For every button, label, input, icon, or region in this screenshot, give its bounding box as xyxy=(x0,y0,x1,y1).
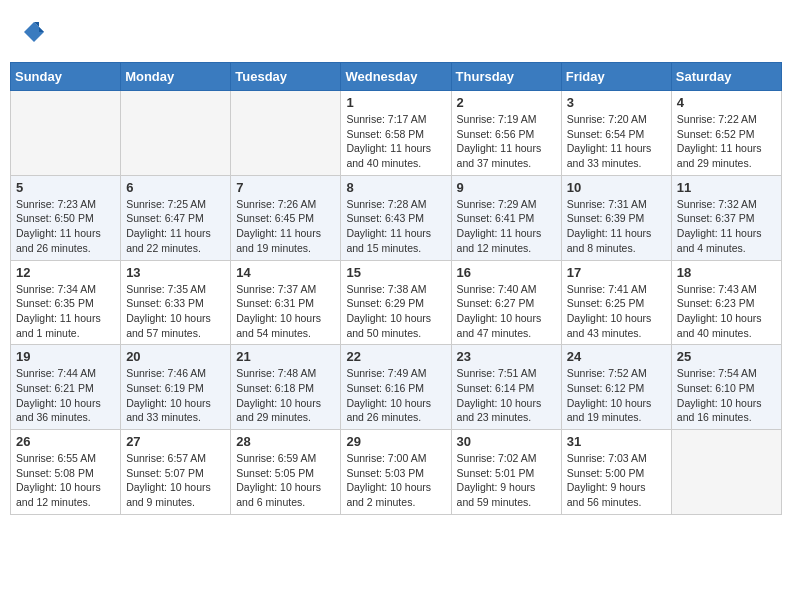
calendar-day-cell: 22Sunrise: 7:49 AM Sunset: 6:16 PM Dayli… xyxy=(341,345,451,430)
day-number: 29 xyxy=(346,434,445,449)
day-number: 13 xyxy=(126,265,225,280)
weekday-header: Monday xyxy=(121,63,231,91)
day-number: 6 xyxy=(126,180,225,195)
calendar-day-cell: 25Sunrise: 7:54 AM Sunset: 6:10 PM Dayli… xyxy=(671,345,781,430)
day-number: 23 xyxy=(457,349,556,364)
day-number: 16 xyxy=(457,265,556,280)
day-number: 27 xyxy=(126,434,225,449)
calendar-day-cell: 15Sunrise: 7:38 AM Sunset: 6:29 PM Dayli… xyxy=(341,260,451,345)
day-number: 11 xyxy=(677,180,776,195)
calendar-day-cell: 6Sunrise: 7:25 AM Sunset: 6:47 PM Daylig… xyxy=(121,175,231,260)
day-number: 25 xyxy=(677,349,776,364)
day-info: Sunrise: 7:17 AM Sunset: 6:58 PM Dayligh… xyxy=(346,112,445,171)
day-info: Sunrise: 6:55 AM Sunset: 5:08 PM Dayligh… xyxy=(16,451,115,510)
day-info: Sunrise: 7:43 AM Sunset: 6:23 PM Dayligh… xyxy=(677,282,776,341)
calendar-day-cell: 1Sunrise: 7:17 AM Sunset: 6:58 PM Daylig… xyxy=(341,91,451,176)
day-number: 15 xyxy=(346,265,445,280)
day-number: 7 xyxy=(236,180,335,195)
calendar-day-cell: 20Sunrise: 7:46 AM Sunset: 6:19 PM Dayli… xyxy=(121,345,231,430)
day-number: 24 xyxy=(567,349,666,364)
day-number: 9 xyxy=(457,180,556,195)
day-info: Sunrise: 7:34 AM Sunset: 6:35 PM Dayligh… xyxy=(16,282,115,341)
day-info: Sunrise: 7:22 AM Sunset: 6:52 PM Dayligh… xyxy=(677,112,776,171)
day-info: Sunrise: 7:03 AM Sunset: 5:00 PM Dayligh… xyxy=(567,451,666,510)
day-number: 19 xyxy=(16,349,115,364)
day-info: Sunrise: 7:37 AM Sunset: 6:31 PM Dayligh… xyxy=(236,282,335,341)
day-info: Sunrise: 7:00 AM Sunset: 5:03 PM Dayligh… xyxy=(346,451,445,510)
calendar-body: 1Sunrise: 7:17 AM Sunset: 6:58 PM Daylig… xyxy=(11,91,782,515)
calendar-day-cell xyxy=(121,91,231,176)
calendar-week-row: 5Sunrise: 7:23 AM Sunset: 6:50 PM Daylig… xyxy=(11,175,782,260)
calendar-day-cell: 29Sunrise: 7:00 AM Sunset: 5:03 PM Dayli… xyxy=(341,430,451,515)
day-info: Sunrise: 7:35 AM Sunset: 6:33 PM Dayligh… xyxy=(126,282,225,341)
calendar-day-cell: 11Sunrise: 7:32 AM Sunset: 6:37 PM Dayli… xyxy=(671,175,781,260)
day-number: 17 xyxy=(567,265,666,280)
day-info: Sunrise: 7:44 AM Sunset: 6:21 PM Dayligh… xyxy=(16,366,115,425)
day-info: Sunrise: 7:46 AM Sunset: 6:19 PM Dayligh… xyxy=(126,366,225,425)
day-number: 8 xyxy=(346,180,445,195)
calendar-week-row: 12Sunrise: 7:34 AM Sunset: 6:35 PM Dayli… xyxy=(11,260,782,345)
day-number: 3 xyxy=(567,95,666,110)
day-info: Sunrise: 7:31 AM Sunset: 6:39 PM Dayligh… xyxy=(567,197,666,256)
calendar-day-cell: 13Sunrise: 7:35 AM Sunset: 6:33 PM Dayli… xyxy=(121,260,231,345)
calendar-day-cell: 27Sunrise: 6:57 AM Sunset: 5:07 PM Dayli… xyxy=(121,430,231,515)
day-number: 31 xyxy=(567,434,666,449)
day-number: 20 xyxy=(126,349,225,364)
weekday-header: Saturday xyxy=(671,63,781,91)
day-number: 18 xyxy=(677,265,776,280)
day-info: Sunrise: 7:32 AM Sunset: 6:37 PM Dayligh… xyxy=(677,197,776,256)
calendar-day-cell xyxy=(231,91,341,176)
calendar-table: SundayMondayTuesdayWednesdayThursdayFrid… xyxy=(10,62,782,515)
day-number: 22 xyxy=(346,349,445,364)
day-number: 26 xyxy=(16,434,115,449)
calendar-day-cell: 7Sunrise: 7:26 AM Sunset: 6:45 PM Daylig… xyxy=(231,175,341,260)
calendar-day-cell: 8Sunrise: 7:28 AM Sunset: 6:43 PM Daylig… xyxy=(341,175,451,260)
day-info: Sunrise: 7:52 AM Sunset: 6:12 PM Dayligh… xyxy=(567,366,666,425)
day-info: Sunrise: 7:25 AM Sunset: 6:47 PM Dayligh… xyxy=(126,197,225,256)
calendar-day-cell: 31Sunrise: 7:03 AM Sunset: 5:00 PM Dayli… xyxy=(561,430,671,515)
day-info: Sunrise: 7:49 AM Sunset: 6:16 PM Dayligh… xyxy=(346,366,445,425)
calendar-day-cell: 17Sunrise: 7:41 AM Sunset: 6:25 PM Dayli… xyxy=(561,260,671,345)
calendar-day-cell: 9Sunrise: 7:29 AM Sunset: 6:41 PM Daylig… xyxy=(451,175,561,260)
day-number: 4 xyxy=(677,95,776,110)
day-number: 2 xyxy=(457,95,556,110)
day-info: Sunrise: 7:19 AM Sunset: 6:56 PM Dayligh… xyxy=(457,112,556,171)
calendar-week-row: 1Sunrise: 7:17 AM Sunset: 6:58 PM Daylig… xyxy=(11,91,782,176)
logo-icon xyxy=(22,20,46,44)
day-info: Sunrise: 7:29 AM Sunset: 6:41 PM Dayligh… xyxy=(457,197,556,256)
day-number: 30 xyxy=(457,434,556,449)
day-info: Sunrise: 7:26 AM Sunset: 6:45 PM Dayligh… xyxy=(236,197,335,256)
calendar-header-row: SundayMondayTuesdayWednesdayThursdayFrid… xyxy=(11,63,782,91)
day-info: Sunrise: 7:28 AM Sunset: 6:43 PM Dayligh… xyxy=(346,197,445,256)
day-info: Sunrise: 7:48 AM Sunset: 6:18 PM Dayligh… xyxy=(236,366,335,425)
calendar-day-cell: 18Sunrise: 7:43 AM Sunset: 6:23 PM Dayli… xyxy=(671,260,781,345)
calendar-day-cell: 4Sunrise: 7:22 AM Sunset: 6:52 PM Daylig… xyxy=(671,91,781,176)
calendar-day-cell: 24Sunrise: 7:52 AM Sunset: 6:12 PM Dayli… xyxy=(561,345,671,430)
day-number: 28 xyxy=(236,434,335,449)
day-info: Sunrise: 7:02 AM Sunset: 5:01 PM Dayligh… xyxy=(457,451,556,510)
calendar-day-cell: 30Sunrise: 7:02 AM Sunset: 5:01 PM Dayli… xyxy=(451,430,561,515)
calendar-day-cell: 2Sunrise: 7:19 AM Sunset: 6:56 PM Daylig… xyxy=(451,91,561,176)
calendar-day-cell xyxy=(671,430,781,515)
day-info: Sunrise: 7:51 AM Sunset: 6:14 PM Dayligh… xyxy=(457,366,556,425)
day-info: Sunrise: 7:20 AM Sunset: 6:54 PM Dayligh… xyxy=(567,112,666,171)
day-info: Sunrise: 6:59 AM Sunset: 5:05 PM Dayligh… xyxy=(236,451,335,510)
weekday-header: Tuesday xyxy=(231,63,341,91)
day-number: 12 xyxy=(16,265,115,280)
calendar-day-cell: 19Sunrise: 7:44 AM Sunset: 6:21 PM Dayli… xyxy=(11,345,121,430)
calendar-week-row: 19Sunrise: 7:44 AM Sunset: 6:21 PM Dayli… xyxy=(11,345,782,430)
calendar-day-cell: 16Sunrise: 7:40 AM Sunset: 6:27 PM Dayli… xyxy=(451,260,561,345)
weekday-header: Sunday xyxy=(11,63,121,91)
calendar-day-cell: 28Sunrise: 6:59 AM Sunset: 5:05 PM Dayli… xyxy=(231,430,341,515)
day-info: Sunrise: 7:41 AM Sunset: 6:25 PM Dayligh… xyxy=(567,282,666,341)
calendar-day-cell xyxy=(11,91,121,176)
calendar-day-cell: 10Sunrise: 7:31 AM Sunset: 6:39 PM Dayli… xyxy=(561,175,671,260)
day-number: 1 xyxy=(346,95,445,110)
weekday-header: Thursday xyxy=(451,63,561,91)
calendar-day-cell: 12Sunrise: 7:34 AM Sunset: 6:35 PM Dayli… xyxy=(11,260,121,345)
day-info: Sunrise: 7:40 AM Sunset: 6:27 PM Dayligh… xyxy=(457,282,556,341)
day-number: 14 xyxy=(236,265,335,280)
weekday-header: Friday xyxy=(561,63,671,91)
day-number: 10 xyxy=(567,180,666,195)
calendar-week-row: 26Sunrise: 6:55 AM Sunset: 5:08 PM Dayli… xyxy=(11,430,782,515)
